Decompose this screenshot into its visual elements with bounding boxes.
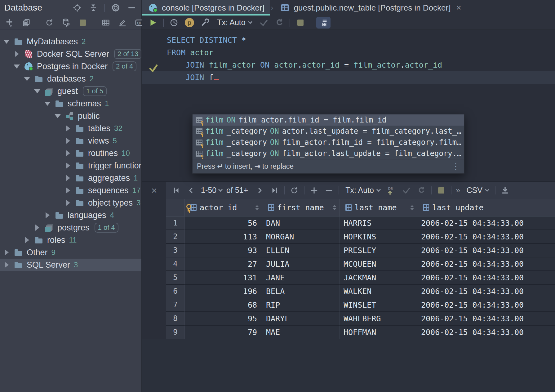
code-line-1[interactable]: SELECT DISTINCT * <box>142 34 555 47</box>
rollback-icon[interactable] <box>416 185 427 196</box>
cell-last-name[interactable]: JACKMAN <box>340 271 417 285</box>
tree-item-object-types[interactable]: object types3 <box>0 197 141 209</box>
chevron-down-icon[interactable] <box>34 89 40 93</box>
prev-page-icon[interactable] <box>186 185 197 196</box>
tree-item-mydatabases[interactable]: MyDatabases2 <box>0 35 141 48</box>
next-page-icon[interactable] <box>254 185 265 196</box>
tree-item-databases[interactable]: databases2 <box>0 73 141 85</box>
tree-item-sql-server[interactable]: SQL Server3 <box>0 259 141 271</box>
row-number[interactable]: 1 <box>166 216 185 230</box>
cell-last-name[interactable]: PRESLEY <box>340 244 417 257</box>
tab-new-table[interactable]: guest.public.new_table [Postgres in Dock… <box>274 0 467 16</box>
cell-first-name[interactable]: RIP <box>262 298 340 312</box>
tree-item-sequences[interactable]: sequences17 <box>0 184 141 197</box>
completion-item[interactable]: film ON film_actor.film_id = film.film_i… <box>193 114 464 126</box>
format-dropdown[interactable]: CSV <box>464 186 490 195</box>
commit-check-icon[interactable] <box>401 185 412 196</box>
cell-last-update[interactable]: 2006-02-15 04:34:33.00 <box>417 312 555 326</box>
tree-item-aggregates[interactable]: aggregates1 <box>0 172 141 184</box>
tree-item-guest[interactable]: guest1 of 5 <box>0 85 141 97</box>
code-line-3[interactable]: JOIN film_actor ON actor.actor_id = film… <box>142 59 555 71</box>
chevron-right-icon[interactable] <box>15 51 19 57</box>
tree-item-postgres-in-docker[interactable]: Postgres in Docker2 of 4 <box>0 60 141 73</box>
cell-actor-id[interactable]: 27 <box>185 257 262 271</box>
completion-item[interactable]: film_category ON film_actor.film_id = fi… <box>193 137 464 148</box>
collapse-all-icon[interactable] <box>88 2 99 13</box>
cell-actor-id[interactable]: 68 <box>185 298 262 312</box>
export-chevrons-icon[interactable]: » <box>456 185 460 195</box>
code-line-2[interactable]: FROM actor <box>142 47 555 59</box>
chevron-right-icon[interactable] <box>66 187 70 194</box>
cell-actor-id[interactable]: 79 <box>185 326 262 339</box>
data-source-properties-icon[interactable] <box>61 17 71 28</box>
cell-last-name[interactable]: HARRIS <box>340 216 417 230</box>
tree-item-docker-sql-server[interactable]: Docker SQL Server2 of 13 <box>0 48 141 60</box>
first-page-icon[interactable] <box>171 185 182 196</box>
row-number[interactable]: 4 <box>166 257 185 271</box>
chevron-right-icon[interactable] <box>66 138 70 144</box>
tree-item-roles[interactable]: roles11 <box>0 234 141 246</box>
sort-icon[interactable] <box>255 205 259 210</box>
chevron-right-icon[interactable] <box>5 249 9 256</box>
results-view-toggle-icon[interactable] <box>316 17 331 29</box>
cell-actor-id[interactable]: 196 <box>185 285 262 298</box>
cell-actor-id[interactable]: 56 <box>185 216 262 230</box>
tx-mode-dropdown[interactable]: Tx: Auto <box>344 186 382 195</box>
kebab-menu-icon[interactable]: ⋮ <box>452 162 460 171</box>
sort-icon[interactable] <box>333 205 336 210</box>
chevron-right-icon[interactable] <box>66 125 70 131</box>
chevron-right-icon[interactable] <box>66 175 70 181</box>
chevron-right-icon[interactable] <box>35 225 39 231</box>
cell-last-name[interactable]: HOPKINS <box>340 230 417 244</box>
stop-icon[interactable] <box>295 17 306 28</box>
add-row-icon[interactable] <box>309 185 319 196</box>
row-number[interactable]: 3 <box>166 244 185 257</box>
cell-actor-id[interactable]: 93 <box>185 244 262 257</box>
column-header-actor_id[interactable]: actor_id <box>185 199 262 216</box>
cell-last-update[interactable]: 2006-02-15 04:34:33.00 <box>417 244 555 257</box>
sort-icon[interactable] <box>410 205 414 210</box>
cell-last-update[interactable]: 2006-02-15 04:34:33.00 <box>417 285 555 298</box>
tx-mode-dropdown[interactable]: Tx: Auto <box>215 18 254 27</box>
history-clock-icon[interactable] <box>169 17 179 28</box>
chevron-right-icon[interactable] <box>46 212 50 218</box>
sql-editor[interactable]: SELECT DISTINCT *FROM actor JOIN film_ac… <box>142 30 555 181</box>
cell-actor-id[interactable]: 95 <box>185 312 262 326</box>
cell-first-name[interactable]: DAN <box>262 216 340 230</box>
row-number[interactable]: 2 <box>166 230 185 244</box>
tree-item-tables[interactable]: tables32 <box>0 122 141 135</box>
cell-first-name[interactable]: ELLEN <box>262 244 340 257</box>
chevron-down-icon[interactable] <box>3 40 10 44</box>
cell-first-name[interactable]: MAE <box>262 326 340 339</box>
row-number[interactable]: 5 <box>166 271 185 285</box>
settings-gear-icon[interactable] <box>110 2 121 13</box>
tree-item-other[interactable]: Other9 <box>0 246 141 259</box>
tree-item-schemas[interactable]: schemas1 <box>0 97 141 110</box>
cell-last-update[interactable]: 2006-02-15 04:34:33.00 <box>417 230 555 244</box>
close-results-icon[interactable]: × <box>151 185 157 196</box>
cell-last-update[interactable]: 2006-02-15 04:34:33.00 <box>417 326 555 339</box>
cell-last-name[interactable]: WALKEN <box>340 285 417 298</box>
cell-last-update[interactable]: 2006-02-15 04:34:33.00 <box>417 271 555 285</box>
hide-panel-icon[interactable] <box>127 2 137 13</box>
download-icon[interactable] <box>500 185 510 196</box>
chevron-right-icon[interactable] <box>66 163 70 169</box>
commit-check-icon[interactable] <box>259 17 269 28</box>
cell-last-name[interactable]: WINSLET <box>340 298 417 312</box>
settings-wrench-icon[interactable] <box>200 17 210 28</box>
rollback-icon[interactable] <box>274 17 285 28</box>
page-range-dropdown[interactable]: 1-50 of 51+ <box>201 186 250 195</box>
chevron-down-icon[interactable] <box>55 114 61 118</box>
cell-actor-id[interactable]: 113 <box>185 230 262 244</box>
cell-last-update[interactable]: 2006-02-15 04:34:33.00 <box>417 257 555 271</box>
column-header-last_name[interactable]: last_name <box>340 199 417 216</box>
chevron-right-icon[interactable] <box>66 150 70 156</box>
column-header-last_update[interactable]: last_update <box>417 199 555 216</box>
chevron-down-icon[interactable] <box>14 65 20 69</box>
stop-icon[interactable] <box>436 185 446 196</box>
last-page-icon[interactable] <box>269 185 280 196</box>
row-number[interactable]: 8 <box>166 312 185 326</box>
refresh-icon[interactable] <box>44 17 55 28</box>
cell-last-update[interactable]: 2006-02-15 04:34:33.00 <box>417 298 555 312</box>
row-number[interactable]: 7 <box>166 298 185 312</box>
